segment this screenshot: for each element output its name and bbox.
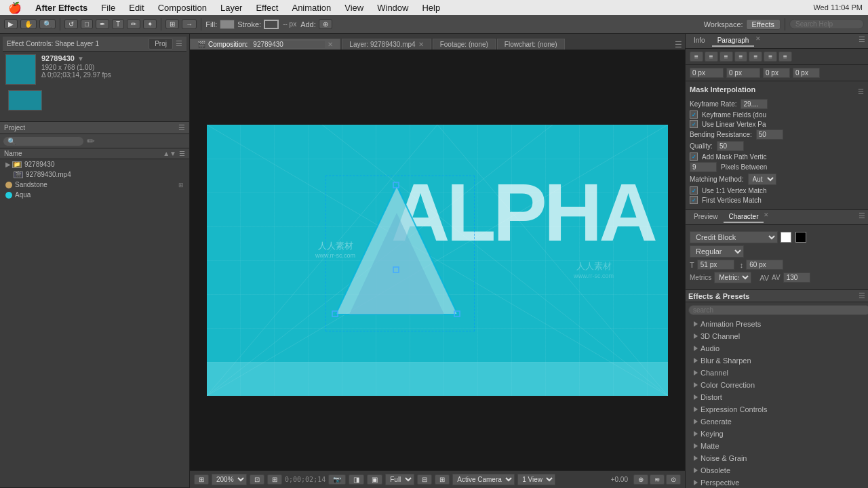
keyframe-fields-check[interactable]: ✓ — [690, 110, 698, 119]
layer-tab[interactable]: Layer: 92789430.mp4 ✕ — [342, 39, 431, 49]
sort-icon[interactable]: ▲▼ — [163, 150, 176, 157]
info-tab[interactable]: Info — [688, 35, 711, 47]
effects-item-keying[interactable]: Keying — [686, 428, 868, 440]
channel-btn[interactable]: ▣ — [367, 474, 382, 485]
grid2-btn[interactable]: ⊞ — [435, 474, 450, 485]
pixels-input[interactable] — [690, 162, 717, 172]
menu-edit[interactable]: Edit — [126, 3, 146, 13]
effects-item-noise[interactable]: Noise & Grain — [686, 452, 868, 464]
justify-btn[interactable]: ≡ — [734, 52, 748, 62]
puppet-tool[interactable]: ✦ — [143, 19, 157, 29]
paragraph-close[interactable]: ✕ — [755, 35, 761, 47]
comp-name-input[interactable] — [250, 41, 325, 48]
font-select[interactable]: Credit Block — [690, 231, 778, 243]
project-menu-btn[interactable]: ☰ — [178, 123, 185, 132]
tracking-input[interactable] — [783, 272, 810, 283]
first-vertices-check[interactable]: ✓ — [690, 196, 698, 204]
menu-view[interactable]: View — [342, 3, 366, 13]
project-item-mp4[interactable]: 🎬 92789430.mp4 — [0, 169, 189, 180]
region-btn[interactable]: ⊟ — [417, 474, 432, 485]
draft-btn[interactable]: ⊙ — [666, 474, 681, 485]
edit-icon[interactable]: ✏ — [87, 136, 95, 146]
metrics-select[interactable]: Metrics — [714, 272, 751, 283]
char-menu-btn[interactable]: ☰ — [859, 211, 865, 223]
effects-search-input[interactable] — [688, 305, 868, 315]
quality-input[interactable] — [717, 141, 744, 151]
project-item-folder[interactable]: ▶ 📁 92789430 — [0, 159, 189, 169]
selection-tool[interactable]: ▶ — [4, 19, 18, 29]
rotate-tool[interactable]: ↺ — [64, 19, 78, 29]
layer-dropdown[interactable]: ▼ — [77, 55, 84, 62]
effects-item-audio[interactable]: Audio — [686, 342, 868, 354]
font-style-select[interactable]: Regular — [690, 245, 744, 258]
panel-menu-btn[interactable]: ☰ — [176, 39, 182, 48]
effects-item-color[interactable]: Color Correction — [686, 379, 868, 391]
camera-select[interactable]: Active Camera — [452, 474, 515, 485]
menu-composition[interactable]: Composition — [155, 3, 210, 13]
align-right-btn[interactable]: ≡ — [719, 52, 733, 62]
align-tool[interactable]: ⊞ — [165, 19, 179, 29]
zoom-tool[interactable]: 🔍 — [39, 19, 56, 29]
spacing2-input[interactable] — [793, 68, 820, 78]
mask-menu-btn[interactable]: ☰ — [858, 87, 864, 95]
preview-tab[interactable]: Preview — [688, 211, 724, 223]
menu-aftereffects[interactable]: After Effects — [33, 3, 90, 13]
effects-item-matte[interactable]: Matte — [686, 440, 868, 452]
effects-item-blur[interactable]: Blur & Sharpen — [686, 354, 868, 367]
font-size-input[interactable] — [697, 260, 734, 270]
menu-help[interactable]: Help — [419, 3, 443, 13]
stroke-color[interactable] — [264, 20, 279, 29]
character-close[interactable]: ✕ — [764, 211, 769, 223]
alpha-btn[interactable]: ◨ — [349, 474, 364, 485]
fill-color[interactable] — [220, 20, 235, 29]
effects-item-3d[interactable]: 3D Channel — [686, 330, 868, 342]
effects-menu-btn[interactable]: ☰ — [859, 291, 865, 300]
search-help-input[interactable] — [789, 19, 864, 29]
resolution-select[interactable]: Full — [385, 474, 414, 485]
bending-input[interactable] — [756, 129, 783, 140]
col-menu[interactable]: ☰ — [179, 150, 185, 157]
brush-tool[interactable]: ✏ — [127, 19, 140, 29]
linear-vertex-check[interactable]: ✓ — [690, 120, 698, 128]
menu-animation[interactable]: Animation — [289, 3, 334, 13]
keyframe-rate-input[interactable] — [741, 99, 768, 109]
folder-expand[interactable]: ▶ — [5, 161, 11, 168]
effects-item-expression[interactable]: Expression Controls — [686, 403, 868, 415]
project-tab[interactable]: Proj — [149, 38, 173, 49]
add-mask-check[interactable]: ✓ — [690, 152, 698, 161]
motion-tool[interactable]: → — [182, 19, 197, 29]
add-btn[interactable]: ⊕ — [319, 19, 332, 29]
text-tool[interactable]: T — [112, 19, 124, 29]
effects-item-animation[interactable]: Animation Presets — [686, 318, 868, 330]
indent-left-input[interactable] — [690, 68, 724, 78]
project-item-sandstone[interactable]: Sandstone ⊞ — [0, 180, 189, 190]
apple-menu[interactable]: 🍎 — [5, 1, 24, 14]
pen-tool[interactable]: ✒ — [96, 19, 109, 29]
effects-item-obsolete[interactable]: Obsolete — [686, 464, 868, 476]
effects-item-perspective[interactable]: Perspective — [686, 476, 868, 488]
leading-input[interactable] — [746, 260, 783, 270]
menu-window[interactable]: Window — [374, 3, 411, 13]
view-select[interactable]: 1 View — [517, 474, 555, 485]
effects-item-channel[interactable]: Channel — [686, 367, 868, 379]
align-left-btn[interactable]: ≡ — [690, 52, 703, 62]
comp-tab-close[interactable]: ✕ — [328, 41, 333, 48]
motion-blur-btn[interactable]: ≋ — [650, 474, 665, 485]
shape-tool[interactable]: □ — [81, 19, 93, 29]
use-1to1-check[interactable]: ✓ — [690, 186, 698, 195]
layer-tab-close[interactable]: ✕ — [418, 41, 424, 48]
snapshot-btn[interactable]: 📷 — [328, 474, 346, 485]
project-item-aqua[interactable]: Aqua — [0, 190, 189, 200]
fit-btn[interactable]: ⊡ — [250, 474, 264, 485]
spacing-input[interactable] — [763, 68, 790, 78]
effects-item-generate[interactable]: Generate — [686, 415, 868, 428]
menu-file[interactable]: File — [98, 3, 118, 13]
matching-select[interactable]: Aut — [748, 174, 776, 185]
comp-tab-main[interactable]: 🎬 Composition: ✕ — [190, 39, 340, 49]
text-color-box2[interactable] — [795, 232, 806, 243]
justify3-btn[interactable]: ≡ — [764, 52, 777, 62]
justify2-btn[interactable]: ≡ — [749, 52, 762, 62]
hand-tool[interactable]: ✋ — [20, 19, 37, 29]
snap-btn[interactable]: ⊕ — [633, 474, 648, 485]
footage-tab[interactable]: Footage: (none) — [433, 39, 496, 49]
